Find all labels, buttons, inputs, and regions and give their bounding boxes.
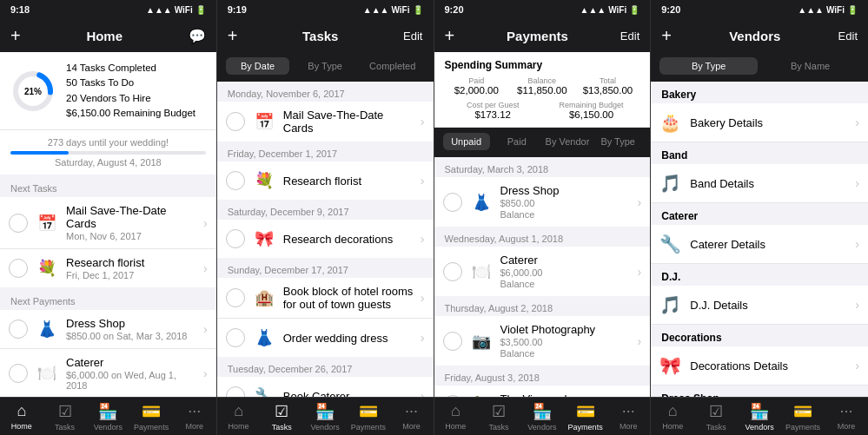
list-item[interactable]: 👗 Order wedding dress › (217, 319, 434, 357)
task-title: Research florist (283, 175, 414, 188)
more-tab-icon: ··· (188, 402, 201, 420)
add-button[interactable]: + (228, 26, 238, 46)
payment-check[interactable] (443, 193, 462, 212)
status-time: 9:20 (661, 4, 680, 15)
tab-vendors[interactable]: 🏪 Vendors (87, 398, 130, 435)
segment-unpaid[interactable]: Unpaid (443, 133, 490, 150)
add-button[interactable]: + (10, 26, 21, 46)
vendor-item[interactable]: 🎀 Decorations Details › (651, 346, 868, 386)
payment-check[interactable] (443, 332, 462, 351)
tab-home[interactable]: ⌂ Home (651, 398, 694, 435)
tab-payments[interactable]: 💳 Payments (347, 398, 390, 435)
tab-payments[interactable]: 💳 Payments (129, 398, 173, 435)
task-check[interactable] (9, 214, 28, 233)
tab-vendors[interactable]: 🏪 Vendors (738, 398, 781, 435)
tab-tasks[interactable]: ☑ Tasks (694, 398, 738, 435)
edit-button[interactable]: Edit (620, 30, 639, 43)
messages-icon[interactable]: 💬 (189, 28, 206, 44)
task-icon: 🔧 (252, 384, 276, 397)
tasks-tab-icon: ☑ (492, 402, 506, 421)
status-icons: ▲▲▲WiFi🔋 (798, 5, 858, 15)
segment-paid[interactable]: Paid (494, 133, 540, 150)
balance-cell: Balance $11,850.00 (510, 76, 574, 96)
tab-bar-tasks: ⌂ Home ☑ Tasks 🏪 Vendors 💳 Payments ··· … (217, 397, 434, 435)
vendor-item[interactable]: 🔧 Caterer Details › (651, 225, 868, 264)
payment-icon: 📷 (469, 329, 494, 353)
list-item[interactable]: 📅 Mail Save-The-Date Cards Mon, Nov 6, 2… (0, 197, 216, 249)
segment-by-type[interactable]: By Type (659, 57, 758, 75)
task-icon: 💐 (252, 168, 276, 193)
task-check[interactable] (226, 328, 245, 347)
chevron-icon: › (638, 265, 642, 279)
vendor-item[interactable]: 🎵 Band Details › (651, 164, 868, 203)
list-item[interactable]: 👗 Dress Shop $850.00 on Sat, Mar 3, 2018… (0, 310, 216, 349)
segment-completed[interactable]: Completed (361, 57, 425, 75)
list-item[interactable]: 🏨 Book block of hotel rooms for out of t… (217, 278, 434, 319)
task-check[interactable] (9, 259, 28, 278)
task-check[interactable] (226, 112, 245, 131)
segment-by-date[interactable]: By Date (226, 57, 290, 75)
task-check[interactable] (226, 288, 245, 307)
list-item[interactable]: 🍽️ Caterer $6,000.00 on Wed, Aug 1, 2018… (0, 349, 216, 397)
tab-tasks[interactable]: ☑ Tasks (477, 398, 520, 435)
tab-bar-payments: ⌂ Home ☑ Tasks 🏪 Vendors 💳 Payments ··· … (434, 397, 651, 435)
segment-by-vendor[interactable]: By Vendor (544, 133, 591, 150)
spending-grid-bottom: Cost per Guest $173.12 Remaining Budget … (445, 101, 640, 120)
vendor-title: Bakery Details (690, 116, 846, 129)
edit-button[interactable]: Edit (838, 30, 858, 43)
tab-more[interactable]: ··· More (390, 398, 434, 435)
list-item[interactable]: 🍇 The Vineyard $1,500.00 › (434, 386, 651, 397)
payment-icon: 👗 (469, 190, 494, 214)
payment-check[interactable] (9, 364, 28, 383)
tab-payments[interactable]: 💳 Payments (781, 398, 825, 435)
cost-per-guest-label: Cost per Guest (445, 101, 541, 109)
list-item[interactable]: 📅 Mail Save-The-Date Cards › (217, 102, 434, 142)
tab-more[interactable]: ··· More (173, 398, 216, 435)
tab-vendors[interactable]: 🏪 Vendors (520, 398, 564, 435)
tab-more[interactable]: ··· More (825, 398, 868, 435)
segment-by-name[interactable]: By Name (761, 57, 859, 75)
chevron-icon: › (203, 261, 208, 275)
vendors-tab-icon: 🏪 (98, 402, 117, 421)
payment-check[interactable] (9, 320, 28, 339)
vendors-panel: 9:20 ▲▲▲WiFi🔋 + Vendors Edit By Type By … (651, 0, 868, 435)
segment-by-type[interactable]: By Type (293, 57, 357, 75)
date-header: Tuesday, December 26, 2017 (217, 357, 434, 377)
chevron-icon: › (855, 176, 859, 190)
date-header: Thursday, August 2, 2018 (434, 296, 651, 316)
tab-more[interactable]: ··· More (607, 398, 651, 435)
tab-payments[interactable]: 💳 Payments (564, 398, 607, 435)
status-bar-home: 9:18 ▲▲▲WiFi🔋 (0, 0, 216, 19)
tab-home[interactable]: ⌂ Home (434, 398, 478, 435)
task-check[interactable] (226, 386, 245, 397)
task-check[interactable] (226, 171, 245, 190)
vendor-title: D.J. Details (690, 299, 846, 312)
more-tab-label: More (620, 422, 638, 431)
edit-button[interactable]: Edit (403, 30, 422, 43)
list-item[interactable]: 📷 Violet Photography $3,500.00 Balance › (434, 316, 651, 366)
chevron-icon: › (638, 195, 642, 209)
tab-home[interactable]: ⌂ Home (0, 398, 43, 435)
list-item[interactable]: 🍽️ Caterer $6,000.00 Balance › (434, 247, 651, 296)
tab-vendors[interactable]: 🏪 Vendors (303, 398, 347, 435)
segment-by-type[interactable]: By Type (594, 133, 641, 150)
list-item[interactable]: 👗 Dress Shop $850.00 Balance › (434, 177, 651, 227)
vendor-item[interactable]: 🎵 D.J. Details › (651, 286, 868, 325)
tab-tasks[interactable]: ☑ Tasks (261, 398, 304, 435)
payment-content: Caterer $6,000.00 on Wed, Aug 1, 2018 (66, 356, 196, 391)
payment-title: Dress Shop (500, 184, 631, 197)
list-item[interactable]: 🎀 Research decorations › (217, 220, 434, 258)
payment-check[interactable] (443, 262, 462, 281)
add-button[interactable]: + (661, 26, 672, 46)
vendor-item[interactable]: 🎂 Bakery Details › (651, 103, 868, 142)
date-header: Saturday, December 9, 2017 (217, 200, 434, 220)
task-icon: 📅 (252, 109, 276, 134)
list-item[interactable]: 💐 Research florist › (217, 161, 434, 200)
tab-home[interactable]: ⌂ Home (217, 398, 261, 435)
add-button[interactable]: + (445, 26, 455, 46)
list-item[interactable]: 💐 Research florist Fri, Dec 1, 2017 › (0, 249, 216, 287)
task-check[interactable] (226, 229, 245, 248)
tab-tasks[interactable]: ☑ Tasks (43, 398, 87, 435)
list-item[interactable]: 🔧 Book Caterer › (217, 377, 434, 397)
date-header: Friday, August 3, 2018 (434, 366, 651, 386)
